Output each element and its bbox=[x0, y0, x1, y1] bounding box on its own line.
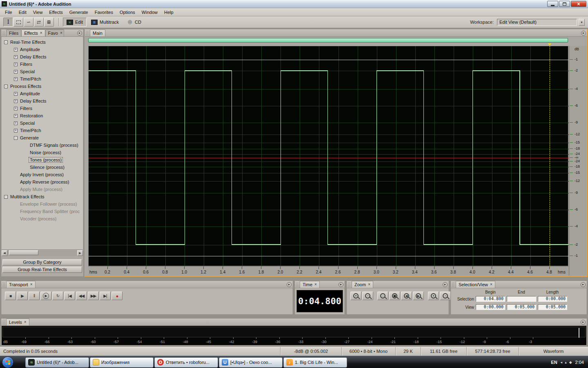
playhead-line[interactable] bbox=[550, 46, 550, 267]
cd-view-button[interactable]: ◎CD bbox=[123, 18, 145, 27]
group-real-time-effects-button[interactable]: Group Real-Time Effects bbox=[2, 267, 82, 273]
panel-grip[interactable] bbox=[296, 282, 299, 287]
expand-icon[interactable]: + bbox=[14, 92, 18, 96]
tree-item[interactable]: Frequency Band Splitter (proc bbox=[2, 208, 83, 215]
view-length-field[interactable]: 0:05.000 bbox=[538, 304, 567, 310]
playhead-top-marker[interactable] bbox=[548, 43, 551, 46]
tree-item[interactable]: Apply Reverse (process) bbox=[2, 178, 83, 186]
time-tab[interactable]: Time× bbox=[300, 281, 320, 288]
tree-item[interactable]: -Process Effects bbox=[2, 83, 83, 90]
start-button[interactable] bbox=[2, 357, 13, 368]
panel-menu-button[interactable]: ▸ bbox=[77, 31, 82, 36]
taskbar-clock[interactable]: 2:04 bbox=[575, 360, 584, 365]
expand-icon[interactable]: + bbox=[14, 107, 18, 110]
selection-length-field[interactable]: 0:00.000 bbox=[538, 296, 567, 302]
scroll-right-button[interactable]: ▶ bbox=[77, 250, 83, 256]
expand-icon[interactable]: + bbox=[14, 55, 18, 59]
close-panel-icon[interactable]: × bbox=[30, 283, 33, 287]
minimize-button[interactable] bbox=[547, 1, 558, 7]
expand-icon[interactable]: + bbox=[14, 129, 18, 132]
tree-item[interactable]: Apply Mute (process) bbox=[2, 186, 83, 193]
expand-icon[interactable]: + bbox=[14, 77, 18, 81]
panel-menu-button[interactable]: ▸ bbox=[339, 282, 343, 287]
workspace-dropdown[interactable]: Edit View (Default) bbox=[497, 19, 577, 26]
tree-item[interactable]: -Multitrack Effects bbox=[2, 193, 83, 200]
tree-horizontal-scrollbar[interactable]: ◀ ▶ bbox=[2, 250, 83, 256]
tree-item[interactable]: +Amplitude bbox=[2, 46, 83, 53]
panel-menu-button[interactable]: ▸ bbox=[581, 320, 586, 325]
fast-forward-button[interactable]: ▶▶ bbox=[88, 292, 99, 300]
pause-button[interactable]: ‖ bbox=[29, 292, 40, 300]
taskbar-button[interactable]: U[•Ulqa•] - Окно соо... bbox=[219, 357, 283, 368]
menu-item-effects[interactable]: Effects bbox=[46, 9, 66, 16]
collapse-icon[interactable]: - bbox=[14, 136, 18, 140]
selection-view-tab[interactable]: Selection/View× bbox=[456, 281, 495, 288]
zoom-to-selection-button[interactable]: ▣ bbox=[389, 292, 400, 300]
tree-item[interactable]: +Time/Pitch bbox=[2, 75, 83, 83]
close-tab-icon[interactable]: × bbox=[40, 31, 42, 35]
tree-item[interactable]: +Filters bbox=[2, 105, 83, 112]
menu-item-favorites[interactable]: Favorites bbox=[91, 9, 116, 16]
menu-item-file[interactable]: File bbox=[2, 9, 16, 16]
zoom-out-horizontal-button[interactable]: − bbox=[362, 292, 373, 300]
menu-item-help[interactable]: Help bbox=[161, 9, 177, 16]
close-panel-icon[interactable]: × bbox=[24, 320, 27, 324]
menu-item-generate[interactable]: Generate bbox=[66, 9, 91, 16]
language-indicator[interactable]: EN bbox=[551, 360, 557, 365]
tree-item[interactable]: Envelope Follower (process) bbox=[2, 200, 83, 208]
close-button[interactable]: × bbox=[571, 1, 586, 7]
menu-item-view[interactable]: View bbox=[30, 9, 46, 16]
expand-icon[interactable]: + bbox=[14, 99, 18, 103]
taskbar-button[interactable]: OОтветить • roboforu... bbox=[154, 357, 218, 368]
tab-main[interactable]: Main bbox=[90, 29, 105, 36]
marquee-selection-tool[interactable] bbox=[13, 18, 23, 27]
expand-icon[interactable]: + bbox=[14, 121, 18, 125]
close-panel-icon[interactable]: × bbox=[314, 283, 317, 287]
zoom-in-left-selection-button[interactable]: ◀ bbox=[401, 292, 412, 300]
zoom-out-vertical-button[interactable]: − bbox=[440, 292, 451, 300]
horizontal-zoom-bar[interactable] bbox=[88, 38, 568, 43]
time-ruler[interactable]: hmshms0.20.40.60.81.01.21.41.61.82.02.22… bbox=[88, 266, 568, 276]
tree-item[interactable]: +Filters bbox=[2, 61, 83, 68]
taskbar-button[interactable]: ≈Untitled (6)* - Adob... bbox=[25, 357, 89, 368]
view-begin-field[interactable]: 0:00.000 bbox=[476, 304, 505, 310]
workspace-dropdown-arrow-icon[interactable]: ▼ bbox=[579, 19, 585, 26]
maximize-button[interactable] bbox=[559, 1, 570, 7]
scroll-thumb[interactable] bbox=[9, 250, 38, 255]
taskbar-button[interactable]: ♪1. Big Citi Life - Win... bbox=[283, 357, 347, 368]
record-button[interactable]: ● bbox=[111, 292, 122, 300]
panel-menu-button[interactable]: ▸ bbox=[581, 282, 586, 287]
view-end-field[interactable]: 0:05.000 bbox=[507, 304, 536, 310]
tree-item[interactable]: +Special bbox=[2, 119, 83, 127]
waveform-display[interactable] bbox=[88, 46, 568, 266]
panel-grip[interactable] bbox=[452, 282, 455, 287]
expand-icon[interactable]: + bbox=[14, 114, 18, 118]
panel-menu-button[interactable]: ▸ bbox=[443, 282, 448, 287]
play-from-cursor-button[interactable]: ▶ bbox=[40, 292, 51, 300]
zoom-in-horizontal-button[interactable]: + bbox=[350, 292, 361, 300]
menu-item-options[interactable]: Options bbox=[116, 9, 138, 16]
play-looped-button[interactable]: ↻ bbox=[52, 292, 63, 300]
panel-grip[interactable] bbox=[2, 320, 5, 325]
db-ruler[interactable]: dB-1-2-4-6-9-12-15-18-24-∞-24-18-15-12-9… bbox=[569, 46, 587, 276]
selection-end-field[interactable] bbox=[507, 296, 536, 302]
panel-grip[interactable] bbox=[348, 282, 351, 287]
tree-item[interactable]: Silence (process) bbox=[2, 164, 83, 171]
panel-grip[interactable] bbox=[2, 282, 5, 287]
expand-icon[interactable]: + bbox=[14, 63, 18, 66]
tree-item[interactable]: Apply Invert (process) bbox=[2, 171, 83, 178]
panel-menu-button[interactable]: ▸ bbox=[581, 31, 586, 36]
close-tab-icon[interactable]: × bbox=[60, 31, 62, 35]
zoom-tab[interactable]: Zoom× bbox=[352, 281, 373, 288]
menu-item-window[interactable]: Window bbox=[138, 9, 161, 16]
tree-item[interactable]: Noise (process) bbox=[2, 149, 83, 156]
expand-icon[interactable]: + bbox=[14, 48, 18, 52]
close-panel-icon[interactable]: × bbox=[490, 283, 492, 287]
tree-item[interactable]: Tones (process) bbox=[2, 156, 83, 164]
tree-item[interactable]: +Delay Effects bbox=[2, 97, 83, 105]
zoom-in-right-selection-button[interactable]: ▶ bbox=[413, 292, 424, 300]
transport-tab[interactable]: Transport× bbox=[6, 281, 36, 288]
expand-icon[interactable]: + bbox=[14, 70, 18, 74]
tree-item[interactable]: DTMF Signals (process) bbox=[2, 141, 83, 149]
multitrack-view-button[interactable]: ≡Multitrack bbox=[87, 18, 122, 27]
